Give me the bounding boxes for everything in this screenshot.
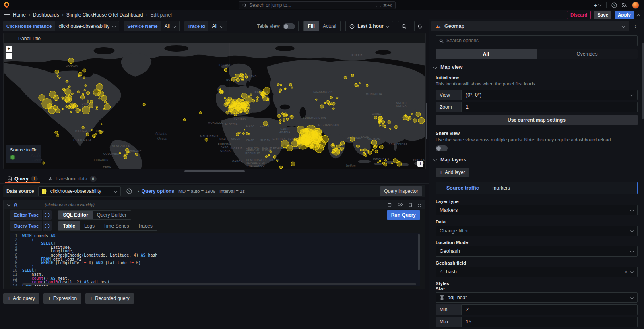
apply-button[interactable]: Apply [615,11,634,19]
collapse-query-icon[interactable] [8,203,10,206]
query-editor-card: A (clickhouse-observability) Editor Type… [3,200,425,289]
zoom-input[interactable]: 1 [461,102,638,112]
options-search-field[interactable] [446,38,634,43]
query-options-toggle[interactable]: › Query options [138,188,174,194]
clickhouse-instance-select[interactable]: clickhouse-observability [55,21,119,31]
query-type-timeseries[interactable]: Time Series [99,221,134,230]
info-icon[interactable] [43,210,52,220]
table-view-toggle[interactable]: Table view [254,21,299,31]
actual-option[interactable]: Actual [319,21,340,31]
delete-query-icon[interactable] [408,202,413,207]
edit-pane-scrollbar[interactable] [426,103,427,139]
search-icon [242,3,247,8]
map-marker [291,162,295,166]
trace-id-select[interactable]: All [208,21,227,31]
collapse-options-icon[interactable] [637,14,640,17]
breadcrumb-dashboard-title[interactable]: Simple ClickHouse OTel Dashboard [66,12,143,18]
map-marker [418,117,425,124]
run-query-button[interactable]: Run Query [387,210,420,220]
breadcrumb-bar: Home › Dashboards › Simple ClickHouse OT… [0,10,644,19]
location-mode-select[interactable]: Geohash [436,246,638,257]
news-icon[interactable] [622,2,627,8]
map-zoom-out-button[interactable]: − [6,53,12,59]
section-map-view[interactable]: Map view [434,64,638,70]
global-search-input[interactable]: ⌘+k [239,1,396,9]
add-layer-button[interactable]: +Add layer [436,168,469,177]
geohash-field-select[interactable]: A hash × [436,267,638,277]
visualization-picker[interactable]: Geomap [431,21,629,31]
map-marker [252,99,255,102]
grafana-logo-icon[interactable] [3,2,10,8]
add-query-button[interactable]: +Add query [3,293,39,304]
tab-query[interactable]: Query 1 [3,173,42,183]
sql-editor-option[interactable]: SQL Editor [58,211,92,219]
query-type-traces[interactable]: Traces [133,221,157,230]
data-filter-select[interactable]: Change filter [436,226,638,236]
toggle-pane-icon[interactable]: › [631,22,640,31]
code-horizontal-scrollbar[interactable] [22,283,416,285]
map-marker [279,89,281,91]
duplicate-query-icon[interactable] [388,202,392,207]
view-select[interactable]: (0°, 0°) [461,90,638,100]
query-type-table[interactable]: Table [58,221,79,230]
max-input[interactable]: 15 [461,317,638,327]
map-marker [90,100,93,103]
map-marker [397,161,402,166]
sidebar-scrollbar[interactable] [642,43,644,119]
avatar[interactable] [632,2,639,9]
clear-icon[interactable]: × [625,269,627,275]
svg-text:Indian: Indian [345,164,356,168]
help-icon[interactable]: ? [611,2,617,8]
datasource-help-icon[interactable]: ? [125,187,134,196]
size-field-select[interactable]: adj_heat [436,292,638,303]
map-marker [371,140,377,145]
geomap-canvas[interactable]: CANADARUSSIAUNITEDSTATESMEXICOCUBAKAZAKH… [4,43,425,169]
tab-transform-data[interactable]: Transform data 0 [43,173,101,183]
tab-overrides[interactable]: Overrides [537,49,638,59]
sql-code-editor[interactable]: 1WITH coords AS2 (3 SELECT4 Latitude,5 L… [10,233,420,286]
save-button[interactable]: Save [594,11,611,19]
panel-header[interactable]: Panel Title [4,33,425,43]
query-header[interactable]: A (clickhouse-observability) [4,200,425,209]
query-type-logs[interactable]: Logs [80,221,99,230]
discard-button[interactable]: Discard [567,11,591,19]
map-marker [95,133,97,135]
code-vertical-scrollbar[interactable] [418,234,420,270]
add-menu-button[interactable]: + [594,2,601,8]
use-current-map-settings-button[interactable]: Use current map settings [436,115,638,125]
map-marker [320,105,324,108]
service-name-select[interactable]: All [161,21,180,31]
map-marker [87,91,90,95]
share-view-switch[interactable] [436,145,448,151]
refresh-button[interactable] [414,21,425,31]
pane-resize-handle[interactable] [0,169,429,173]
datasource-select[interactable]: clickhouse-observability [38,186,121,196]
breadcrumb-home[interactable]: Home [13,12,26,18]
min-input[interactable]: 2 [461,304,638,315]
time-range-picker[interactable]: Last 1 hour [345,21,393,31]
tab-all[interactable]: All [436,49,537,59]
section-map-layers[interactable]: Map layers [434,157,638,163]
fill-option[interactable]: Fill [304,21,319,31]
menu-icon[interactable] [4,13,10,17]
map-marker [64,96,70,102]
layer-row-source-traffic[interactable]: Source traffic markers [436,182,638,194]
svg-text:REPUBLIC OF: REPUBLIC OF [246,161,266,164]
query-inspector-button[interactable]: Query inspector [380,186,422,196]
query-builder-option[interactable]: Query Builder [93,211,131,219]
map-zoom-in-button[interactable]: + [6,46,12,52]
table-view-switch[interactable] [283,23,295,29]
options-search[interactable] [436,35,638,46]
drag-handle-icon[interactable] [418,202,421,207]
add-expression-button[interactable]: +Expression [43,293,81,304]
map-marker [100,131,103,134]
layer-type-select[interactable]: Markers [436,205,638,215]
zoom-out-time-button[interactable] [398,21,409,31]
search-field[interactable] [249,2,374,8]
add-recorded-query-button[interactable]: +Recorded query [85,293,134,304]
hide-query-icon[interactable] [398,203,403,207]
info-icon[interactable] [43,221,52,231]
breadcrumb-dashboards[interactable]: Dashboards [33,12,59,18]
map-attribution-button[interactable]: i [417,161,423,167]
geohash-field-label: Geohash field [436,261,638,265]
